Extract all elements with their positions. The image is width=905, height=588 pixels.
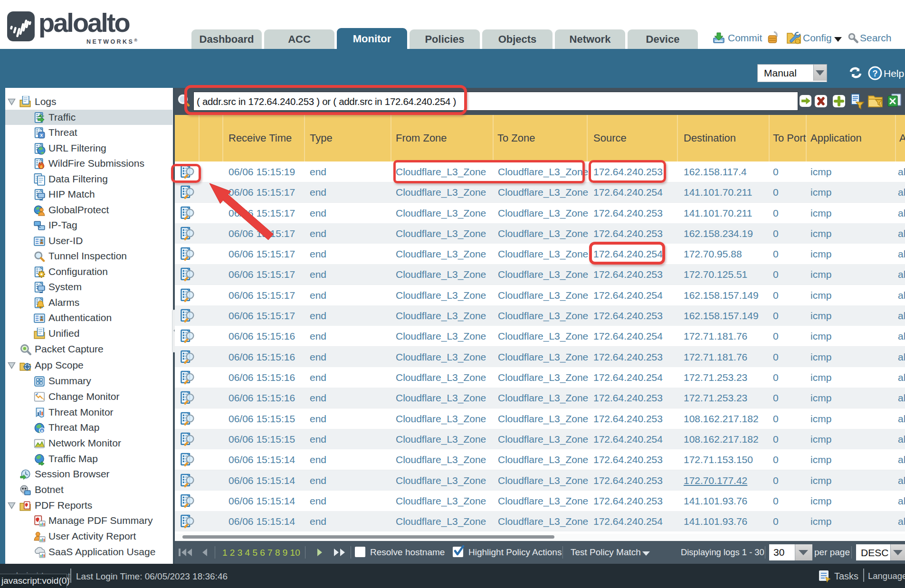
svg-text:?: ?	[873, 69, 878, 78]
